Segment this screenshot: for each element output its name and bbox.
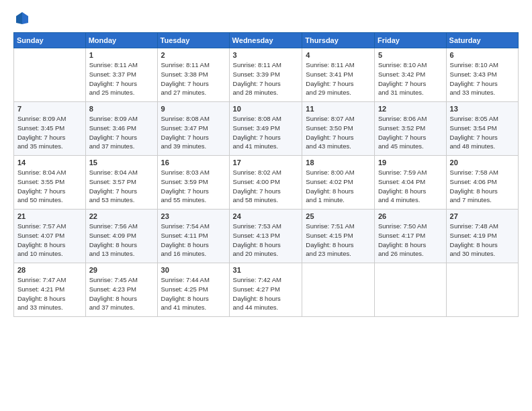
calendar-week-5: 28Sunrise: 7:47 AMSunset: 4:21 PMDayligh… [14,263,519,317]
calendar-cell: 18Sunrise: 8:00 AMSunset: 4:02 PMDayligh… [302,156,375,210]
calendar-cell: 26Sunrise: 7:50 AMSunset: 4:17 PMDayligh… [374,210,446,263]
day-info: Sunrise: 7:48 AMSunset: 4:19 PMDaylight:… [450,222,515,259]
day-number: 9 [161,105,226,113]
calendar-cell: 3Sunrise: 8:11 AMSunset: 3:39 PMDaylight… [229,48,302,102]
day-number: 7 [17,105,82,113]
day-number: 17 [233,158,299,167]
day-number: 18 [306,158,371,167]
calendar-cell: 25Sunrise: 7:51 AMSunset: 4:15 PMDayligh… [302,210,375,263]
calendar-cell: 21Sunrise: 7:57 AMSunset: 4:07 PMDayligh… [14,210,86,263]
day-number: 21 [17,212,82,220]
day-header-thursday: Thursday [302,33,375,48]
day-number: 10 [233,105,299,113]
logo-icon [15,11,30,26]
day-info: Sunrise: 8:04 AMSunset: 3:55 PMDaylight:… [17,168,82,205]
day-info: Sunrise: 8:00 AMSunset: 4:02 PMDaylight:… [306,168,371,205]
day-info: Sunrise: 7:59 AMSunset: 4:04 PMDaylight:… [378,168,443,205]
day-number: 23 [161,212,226,220]
day-number: 30 [161,266,226,274]
calendar-week-2: 7Sunrise: 8:09 AMSunset: 3:45 PMDaylight… [14,102,519,156]
day-number: 29 [89,266,154,274]
calendar-week-1: 1Sunrise: 8:11 AMSunset: 3:37 PMDaylight… [14,48,519,102]
calendar-cell: 16Sunrise: 8:03 AMSunset: 3:59 PMDayligh… [157,156,229,210]
day-number: 15 [89,158,154,167]
day-info: Sunrise: 8:08 AMSunset: 3:49 PMDaylight:… [233,114,299,151]
calendar-cell: 23Sunrise: 7:54 AMSunset: 4:11 PMDayligh… [157,210,229,263]
calendar-cell: 22Sunrise: 7:56 AMSunset: 4:09 PMDayligh… [85,210,157,263]
calendar-week-4: 21Sunrise: 7:57 AMSunset: 4:07 PMDayligh… [14,210,519,263]
calendar-cell: 20Sunrise: 7:58 AMSunset: 4:06 PMDayligh… [446,156,518,210]
day-info: Sunrise: 8:09 AMSunset: 3:45 PMDaylight:… [17,114,82,151]
calendar-cell: 8Sunrise: 8:09 AMSunset: 3:46 PMDaylight… [85,102,157,156]
calendar-cell: 2Sunrise: 8:11 AMSunset: 3:38 PMDaylight… [157,48,229,102]
day-number: 5 [378,51,443,59]
day-number: 25 [306,212,371,220]
logo [13,11,30,26]
calendar-cell [14,48,86,102]
day-number: 1 [89,51,154,59]
day-number: 8 [89,105,154,113]
day-info: Sunrise: 7:51 AMSunset: 4:15 PMDaylight:… [306,222,371,259]
day-number: 27 [450,212,515,220]
day-number: 2 [161,51,226,59]
day-info: Sunrise: 7:50 AMSunset: 4:17 PMDaylight:… [378,222,443,259]
calendar-header-row: SundayMondayTuesdayWednesdayThursdayFrid… [14,33,519,48]
calendar-cell: 6Sunrise: 8:10 AMSunset: 3:43 PMDaylight… [446,48,518,102]
day-info: Sunrise: 8:04 AMSunset: 3:57 PMDaylight:… [89,168,154,205]
day-number: 19 [378,158,443,167]
day-header-tuesday: Tuesday [157,33,229,48]
calendar-cell: 14Sunrise: 8:04 AMSunset: 3:55 PMDayligh… [14,156,86,210]
calendar-cell: 19Sunrise: 7:59 AMSunset: 4:04 PMDayligh… [374,156,446,210]
calendar-cell [374,263,446,317]
day-header-monday: Monday [85,33,157,48]
calendar-cell: 10Sunrise: 8:08 AMSunset: 3:49 PMDayligh… [229,102,302,156]
day-number: 11 [306,105,371,113]
calendar-cell: 11Sunrise: 8:07 AMSunset: 3:50 PMDayligh… [302,102,375,156]
calendar-cell: 24Sunrise: 7:53 AMSunset: 4:13 PMDayligh… [229,210,302,263]
calendar: SundayMondayTuesdayWednesdayThursdayFrid… [13,32,519,317]
calendar-cell: 4Sunrise: 8:11 AMSunset: 3:41 PMDaylight… [302,48,375,102]
day-header-saturday: Saturday [446,33,518,48]
calendar-cell: 9Sunrise: 8:08 AMSunset: 3:47 PMDaylight… [157,102,229,156]
day-info: Sunrise: 7:54 AMSunset: 4:11 PMDaylight:… [161,222,226,259]
calendar-cell: 30Sunrise: 7:44 AMSunset: 4:25 PMDayligh… [157,263,229,317]
day-info: Sunrise: 7:45 AMSunset: 4:23 PMDaylight:… [89,275,154,312]
day-number: 20 [450,158,515,167]
day-header-friday: Friday [374,33,446,48]
calendar-cell: 15Sunrise: 8:04 AMSunset: 3:57 PMDayligh… [85,156,157,210]
day-number: 3 [233,51,299,59]
day-info: Sunrise: 8:11 AMSunset: 3:41 PMDaylight:… [306,60,371,97]
day-info: Sunrise: 8:09 AMSunset: 3:46 PMDaylight:… [89,114,154,151]
day-info: Sunrise: 7:44 AMSunset: 4:25 PMDaylight:… [161,275,226,312]
day-info: Sunrise: 7:47 AMSunset: 4:21 PMDaylight:… [17,275,82,312]
day-info: Sunrise: 8:06 AMSunset: 3:52 PMDaylight:… [378,114,443,151]
calendar-cell: 31Sunrise: 7:42 AMSunset: 4:27 PMDayligh… [229,263,302,317]
day-info: Sunrise: 8:11 AMSunset: 3:37 PMDaylight:… [89,60,154,97]
day-number: 16 [161,158,226,167]
day-number: 28 [17,266,82,274]
day-header-sunday: Sunday [14,33,86,48]
calendar-cell: 27Sunrise: 7:48 AMSunset: 4:19 PMDayligh… [446,210,518,263]
calendar-cell: 13Sunrise: 8:05 AMSunset: 3:54 PMDayligh… [446,102,518,156]
day-info: Sunrise: 7:56 AMSunset: 4:09 PMDaylight:… [89,222,154,259]
day-info: Sunrise: 8:11 AMSunset: 3:39 PMDaylight:… [233,60,299,97]
calendar-week-3: 14Sunrise: 8:04 AMSunset: 3:55 PMDayligh… [14,156,519,210]
day-info: Sunrise: 7:42 AMSunset: 4:27 PMDaylight:… [233,275,299,312]
day-number: 12 [378,105,443,113]
calendar-cell [302,263,375,317]
day-info: Sunrise: 8:08 AMSunset: 3:47 PMDaylight:… [161,114,226,151]
calendar-cell: 12Sunrise: 8:06 AMSunset: 3:52 PMDayligh… [374,102,446,156]
day-info: Sunrise: 8:02 AMSunset: 4:00 PMDaylight:… [233,168,299,205]
calendar-cell: 28Sunrise: 7:47 AMSunset: 4:21 PMDayligh… [14,263,86,317]
day-info: Sunrise: 8:05 AMSunset: 3:54 PMDaylight:… [450,114,515,151]
header [13,11,519,26]
calendar-cell: 17Sunrise: 8:02 AMSunset: 4:00 PMDayligh… [229,156,302,210]
day-number: 6 [450,51,515,59]
day-info: Sunrise: 7:57 AMSunset: 4:07 PMDaylight:… [17,222,82,259]
calendar-cell: 5Sunrise: 8:10 AMSunset: 3:42 PMDaylight… [374,48,446,102]
page: SundayMondayTuesdayWednesdayThursdayFrid… [0,0,532,411]
day-info: Sunrise: 7:53 AMSunset: 4:13 PMDaylight:… [233,222,299,259]
day-info: Sunrise: 8:11 AMSunset: 3:38 PMDaylight:… [161,60,226,97]
day-number: 31 [233,266,299,274]
day-number: 4 [306,51,371,59]
